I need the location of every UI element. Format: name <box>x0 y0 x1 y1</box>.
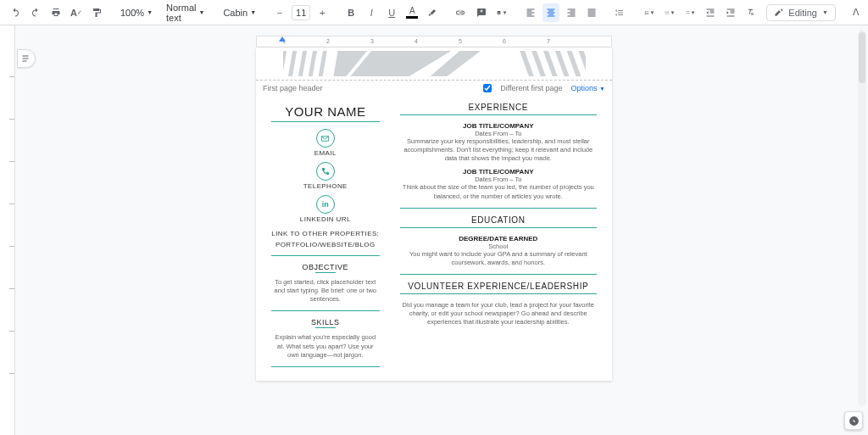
resume-left-column[interactable]: YOUR NAME EMAIL TELEPHONE in LINKEDIN UR… <box>256 96 392 381</box>
scrollbar-thumb[interactable] <box>859 32 865 83</box>
pencil-icon <box>774 8 783 17</box>
align-left-button[interactable] <box>522 3 539 22</box>
email-icon <box>316 129 335 148</box>
links-label-1[interactable]: LINK TO OTHER PROPERTIES: <box>271 230 380 237</box>
underline-button[interactable]: U <box>383 3 400 22</box>
job2-text[interactable]: Think about the size of the team you led… <box>400 183 597 200</box>
svg-rect-3 <box>298 51 306 76</box>
header-options-bar: First page header Different first page O… <box>256 80 612 96</box>
text-color-button[interactable]: A <box>403 3 420 22</box>
vertical-ruler <box>0 25 15 435</box>
explore-button[interactable] <box>844 411 863 430</box>
header-options-button[interactable]: Options ▼ <box>571 84 605 92</box>
numbered-list-button[interactable]: ▼ <box>682 3 698 22</box>
job1-title[interactable]: JOB TITLE/COMPANY <box>400 122 597 130</box>
job1-dates[interactable]: Dates From – To <box>400 130 597 137</box>
job2-title[interactable]: JOB TITLE/COMPANY <box>400 168 597 176</box>
explore-icon <box>849 415 860 427</box>
highlight-button[interactable] <box>424 3 441 22</box>
align-justify-button[interactable] <box>583 3 600 22</box>
objective-text[interactable]: To get started, click placeholder text a… <box>271 278 380 304</box>
outline-icon <box>21 53 31 64</box>
paint-format-button[interactable] <box>88 3 105 22</box>
svg-rect-13 <box>566 51 581 76</box>
svg-rect-5 <box>318 51 326 76</box>
font-select[interactable]: Cabin▼ <box>220 6 259 20</box>
linkedin-icon: in <box>316 195 335 214</box>
redo-button[interactable] <box>27 3 44 22</box>
telephone-label[interactable]: TELEPHONE <box>271 182 380 190</box>
document-canvas: 1 2 3 4 5 6 7 <box>0 25 868 435</box>
svg-marker-0 <box>279 36 286 42</box>
header-decoration <box>256 47 612 80</box>
font-size-input[interactable]: 11 <box>292 5 310 20</box>
svg-rect-11 <box>542 51 557 76</box>
resume-name[interactable]: YOUR NAME <box>271 104 380 119</box>
increase-indent-button[interactable] <box>722 3 739 22</box>
svg-rect-9 <box>520 51 534 76</box>
svg-rect-12 <box>554 51 569 76</box>
experience-heading[interactable]: EXPERIENCE <box>400 103 597 112</box>
paragraph-style-select[interactable]: Normal text▼ <box>163 1 208 25</box>
insert-image-button[interactable]: ▼ <box>493 3 510 22</box>
insert-link-button[interactable] <box>453 3 470 22</box>
align-center-button[interactable] <box>542 3 559 22</box>
skills-text[interactable]: Explain what you're especially good at. … <box>271 333 380 359</box>
svg-rect-2 <box>287 51 296 76</box>
svg-rect-4 <box>308 51 316 76</box>
horizontal-ruler[interactable]: 1 2 3 4 5 6 7 <box>256 36 612 47</box>
zoom-select[interactable]: 100%▼ <box>117 6 151 20</box>
bold-button[interactable]: B <box>342 3 359 22</box>
align-right-button[interactable] <box>563 3 580 22</box>
svg-rect-14 <box>578 51 585 76</box>
vertical-scrollbar[interactable] <box>858 31 866 406</box>
print-button[interactable] <box>47 3 64 22</box>
indent-marker-left[interactable] <box>279 35 286 42</box>
toolbar: A✓ 100%▼ Normal text▼ Cabin▼ − 11 + B I … <box>0 0 868 25</box>
bulleted-list-button[interactable]: ▼ <box>661 3 678 22</box>
font-size-increase[interactable]: + <box>314 3 331 22</box>
collapse-toolbar-button[interactable]: ᐱ <box>848 3 865 22</box>
volunteer-heading[interactable]: VOLUNTEER EXPERIENCE/LEADERSHIP <box>400 282 597 291</box>
school-label[interactable]: School <box>400 243 597 250</box>
document-outline-button[interactable] <box>17 49 36 68</box>
italic-button[interactable]: I <box>363 3 380 22</box>
clear-formatting-button[interactable] <box>743 3 760 22</box>
add-comment-button[interactable] <box>473 3 490 22</box>
objective-heading[interactable]: OBJECTIVE <box>271 263 380 271</box>
document-page[interactable]: First page header Different first page O… <box>256 47 612 381</box>
undo-button[interactable] <box>7 3 24 22</box>
editing-mode-button[interactable]: Editing ▼ <box>766 4 836 21</box>
line-spacing-button[interactable] <box>612 3 629 22</box>
decrease-indent-button[interactable] <box>702 3 719 22</box>
editing-mode-label: Editing <box>788 8 817 18</box>
email-label[interactable]: EMAIL <box>271 149 380 157</box>
different-first-page-label: Different first page <box>500 84 562 92</box>
checklist-button[interactable]: ▼ <box>641 3 658 22</box>
different-first-page-checkbox[interactable] <box>483 84 492 92</box>
font-size-decrease[interactable]: − <box>271 3 288 22</box>
job2-dates[interactable]: Dates From – To <box>400 176 597 183</box>
svg-rect-1 <box>283 51 287 76</box>
skills-heading[interactable]: SKILLS <box>271 318 380 326</box>
telephone-icon <box>316 162 335 181</box>
first-page-header-label: First page header <box>263 84 323 92</box>
education-heading[interactable]: EDUCATION <box>400 215 597 225</box>
spellcheck-button[interactable]: A✓ <box>68 3 85 22</box>
resume-right-column[interactable]: EXPERIENCE JOB TITLE/COMPANY Dates From … <box>392 96 612 381</box>
linkedin-label[interactable]: LINKEDIN URL <box>271 215 380 223</box>
job1-text[interactable]: Summarize your key responsibilities, lea… <box>400 137 597 163</box>
education-text[interactable]: You might want to include your GPA and a… <box>400 250 597 267</box>
volunteer-text[interactable]: Did you manage a team for your club, lea… <box>400 301 597 326</box>
svg-rect-10 <box>531 51 545 76</box>
degree-title[interactable]: DEGREE/DATE EARNED <box>400 235 597 243</box>
links-label-2[interactable]: PORTFOLIO/WEBSITE/BLOG <box>271 241 380 248</box>
